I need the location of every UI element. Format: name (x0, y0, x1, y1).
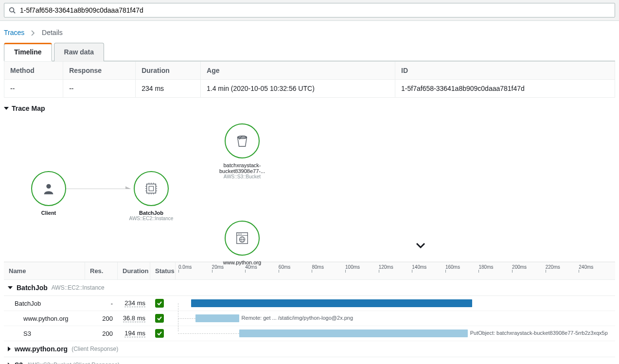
tick: 200ms (512, 264, 546, 270)
caret-right-icon (8, 347, 11, 351)
node-label: BatchJob (117, 210, 185, 216)
row-status (150, 296, 176, 311)
summary-table: Method Response Duration Age ID -- -- 23… (4, 61, 615, 98)
row-duration: 36.8 ms (118, 311, 150, 326)
check-icon (155, 314, 164, 323)
row-response: 200 (85, 326, 118, 341)
td-method: -- (4, 80, 63, 98)
row-bar-area: PutObject: batchxraystack-bucket83908e77… (176, 326, 615, 341)
timeline-header: Name Res. Duration Status 0.0ms20ms40ms6… (4, 262, 615, 280)
th-duration: Duration (136, 62, 201, 80)
group-name: S3 (15, 361, 23, 364)
timeline-group-toggle[interactable]: S3AWS::S3::Bucket (Client Response) (4, 357, 615, 364)
group-type: AWS::S3::Bucket (Client Response) (27, 362, 120, 364)
tick: 180ms (478, 264, 512, 270)
tab-rawdata[interactable]: Raw data (54, 43, 104, 61)
trace-node-batchjob[interactable]: BatchJob AWS::EC2::Instance (117, 171, 185, 221)
caret-down-icon (8, 286, 13, 289)
tick: 60ms (279, 264, 312, 270)
timeline-row[interactable]: BatchJob - 234 ms (4, 296, 615, 311)
group-name: BatchJob (17, 284, 48, 292)
tick: 40ms (245, 264, 279, 270)
row-status (150, 311, 176, 326)
trace-map: Client BatchJob AWS::EC2::Instance batch… (4, 116, 615, 262)
row-duration: 194 ms (118, 326, 150, 341)
th-dur: Duration (118, 262, 150, 279)
trace-node-bucket[interactable]: batchxraystack-bucket83908e77-... AWS::S… (208, 123, 276, 179)
row-name: BatchJob (4, 296, 85, 311)
tab-timeline[interactable]: Timeline (4, 43, 52, 61)
node-label: Client (15, 210, 83, 216)
trace-node-client[interactable]: Client (15, 171, 83, 216)
svg-point-0 (10, 8, 14, 12)
th-name: Name (4, 262, 85, 279)
tick: 220ms (546, 264, 579, 270)
tick: 0.0ms (178, 264, 212, 270)
node-label: batchxraystack-bucket83908e77-... (208, 162, 276, 174)
td-response: -- (63, 80, 136, 98)
row-name: S3 (4, 326, 85, 341)
trace-map-title: Trace Map (12, 104, 45, 112)
chevron-down-icon[interactable] (416, 239, 425, 252)
td-duration: 234 ms (136, 80, 201, 98)
breadcrumb: Traces Details (4, 25, 615, 42)
tick: 100ms (345, 264, 379, 270)
timeline-row[interactable]: S3 200 194 ms PutObject: batchxraystack-… (4, 326, 615, 341)
row-bar-area (176, 296, 615, 311)
node-sublabel: AWS::S3::Bucket (208, 174, 276, 179)
chevron-right-icon (31, 30, 35, 36)
timeline-row[interactable]: www.python.org 200 36.8 ms Remote: get .… (4, 311, 615, 326)
duration-bar (195, 314, 239, 322)
user-icon (42, 182, 55, 195)
group-type: AWS::EC2::Instance (52, 284, 105, 291)
instance-icon (144, 181, 159, 196)
svg-rect-7 (149, 186, 153, 191)
check-icon (155, 299, 164, 308)
group-name: www.python.org (15, 345, 68, 353)
th-id: ID (395, 62, 615, 80)
bar-annotation: PutObject: batchxraystack-bucket83908e77… (470, 330, 608, 336)
duration-bar (191, 299, 473, 307)
svg-point-23 (238, 234, 239, 235)
timeline-group-toggle[interactable]: BatchJobAWS::EC2::Instance (4, 280, 615, 296)
timeline-ticks: 0.0ms20ms40ms60ms80ms100ms120ms140ms160m… (176, 262, 615, 279)
node-sublabel: AWS::EC2::Instance (117, 216, 185, 221)
th-response: Response (63, 62, 136, 80)
svg-point-5 (46, 184, 51, 189)
caret-down-icon (4, 107, 9, 110)
timeline-group-toggle[interactable]: www.python.org(Client Response) (4, 341, 615, 357)
duration-bar (239, 329, 468, 337)
th-age: Age (201, 62, 395, 80)
svg-point-25 (241, 234, 242, 235)
row-name: www.python.org (4, 311, 85, 326)
th-status: Status (150, 262, 176, 279)
globe-icon (235, 231, 249, 245)
row-status (150, 326, 176, 341)
breadcrumb-traces-link[interactable]: Traces (4, 29, 24, 36)
svg-line-1 (14, 12, 16, 14)
th-method: Method (4, 62, 63, 80)
group-type: (Client Response) (71, 346, 118, 352)
row-duration: 234 ms (118, 296, 150, 311)
bar-annotation: Remote: get ... /static/img/python-logo@… (242, 315, 353, 321)
tick: 80ms (312, 264, 345, 270)
bucket-icon (235, 134, 249, 148)
tick: 240ms (579, 264, 612, 270)
breadcrumb-current: Details (42, 29, 63, 36)
check-icon (155, 329, 164, 338)
row-bar-area: Remote: get ... /static/img/python-logo@… (176, 311, 615, 326)
svg-rect-6 (147, 184, 156, 193)
td-id: 1-5f7af658-33641a8b909c0daaa781f47d (395, 80, 615, 98)
tick: 120ms (379, 264, 412, 270)
search-icon (9, 7, 16, 14)
tick: 160ms (445, 264, 479, 270)
row-response: 200 (85, 311, 118, 326)
tick: 20ms (212, 264, 246, 270)
row-response: - (85, 296, 118, 311)
svg-point-24 (239, 234, 240, 235)
tick: 140ms (412, 264, 445, 270)
trace-map-toggle[interactable]: Trace Map (4, 104, 615, 112)
trace-node-python[interactable]: www.python.org (208, 221, 276, 265)
search-input[interactable] (4, 3, 615, 17)
th-res: Res. (85, 262, 118, 279)
